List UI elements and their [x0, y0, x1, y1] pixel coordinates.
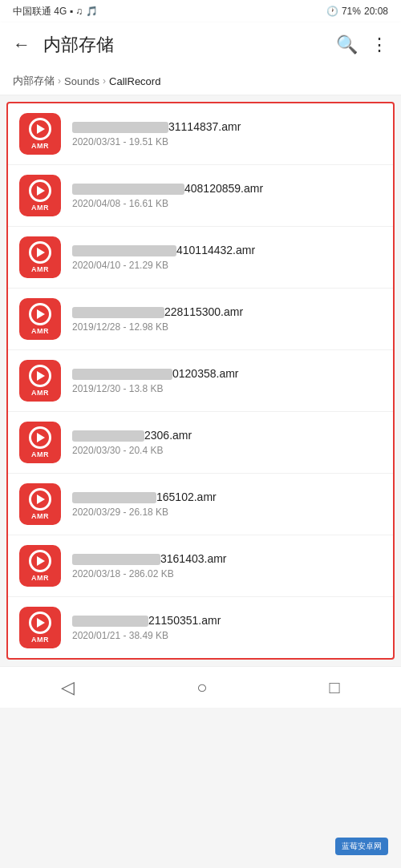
- file-name: 2306.amr: [72, 429, 382, 442]
- amr-label: AMR: [31, 574, 49, 582]
- list-item[interactable]: AMR 165102.amr 2020/03/29 - 26.18 KB: [8, 474, 393, 535]
- file-name: 410114432.amr: [72, 244, 382, 256]
- breadcrumb-part2[interactable]: Sounds: [64, 75, 99, 87]
- play-icon: [29, 488, 51, 511]
- file-meta: 2020/03/18 - 286.02 KB: [72, 568, 382, 579]
- file-meta: 2019/12/28 - 12.98 KB: [72, 321, 382, 333]
- list-item[interactable]: AMR 408120859.amr 2020/04/08 - 16.61 KB: [8, 165, 393, 227]
- blurred-name: [72, 122, 168, 133]
- blurred-name: [72, 430, 144, 442]
- file-name-suffix: 0120358.amr: [172, 367, 239, 380]
- blurred-name: [72, 369, 172, 380]
- file-name: 21150351.amr: [72, 614, 382, 627]
- blurred-name: [72, 184, 184, 195]
- amr-label: AMR: [31, 142, 49, 150]
- breadcrumb-sep1: ›: [58, 75, 61, 87]
- play-icon: [29, 241, 51, 264]
- play-icon: [29, 118, 51, 140]
- file-name-suffix: 408120859.amr: [184, 182, 263, 195]
- file-name-suffix: 165102.amr: [156, 491, 217, 503]
- amr-label: AMR: [31, 204, 49, 212]
- list-item[interactable]: AMR 0120358.amr 2019/12/30 - 13.8 KB: [8, 350, 393, 412]
- amr-file-icon: AMR: [19, 298, 61, 340]
- amr-label: AMR: [31, 389, 49, 397]
- file-info: 228115300.amr 2019/12/28 - 12.98 KB: [72, 305, 382, 333]
- file-name: 408120859.amr: [72, 182, 382, 195]
- status-right: 🕐 71% 20:08: [326, 6, 388, 17]
- amr-label: AMR: [31, 327, 49, 335]
- more-button[interactable]: ⋮: [371, 34, 388, 55]
- file-meta: 2019/12/30 - 13.8 KB: [72, 383, 382, 394]
- list-item[interactable]: AMR 31114837.amr 2020/03/31 - 19.51 KB: [8, 103, 393, 165]
- file-name: 3161403.amr: [72, 552, 382, 565]
- play-icon: [29, 612, 51, 634]
- amr-file-icon: AMR: [19, 545, 61, 587]
- breadcrumb-part3[interactable]: CallRecord: [109, 75, 160, 87]
- play-icon: [29, 550, 51, 572]
- amr-file-icon: AMR: [19, 113, 61, 155]
- file-meta: 2020/03/31 - 19.51 KB: [72, 136, 382, 147]
- file-name-suffix: 228115300.amr: [164, 305, 243, 318]
- amr-file-icon: AMR: [19, 422, 61, 463]
- battery-text: 71%: [342, 6, 361, 17]
- file-list: AMR 31114837.amr 2020/03/31 - 19.51 KB A…: [6, 102, 395, 660]
- file-meta: 2020/01/21 - 38.49 KB: [72, 630, 382, 641]
- watermark: 蓝莓安卓网: [335, 838, 388, 855]
- file-meta: 2020/03/29 - 26.18 KB: [72, 507, 382, 518]
- file-name: 165102.amr: [72, 491, 382, 503]
- file-info: 408120859.amr 2020/04/08 - 16.61 KB: [72, 182, 382, 209]
- file-info: 165102.amr 2020/03/29 - 26.18 KB: [72, 491, 382, 518]
- status-bar: 中国联通 4G ▪ ♫ 🎵 🕐 71% 20:08: [0, 0, 401, 22]
- file-meta: 2020/04/10 - 21.29 KB: [72, 260, 382, 271]
- back-button[interactable]: ←: [13, 36, 30, 54]
- amr-label: AMR: [31, 636, 49, 644]
- list-item[interactable]: AMR 21150351.amr 2020/01/21 - 38.49 KB: [8, 597, 393, 658]
- list-item[interactable]: AMR 3161403.amr 2020/03/18 - 286.02 KB: [8, 535, 393, 597]
- battery-icon: 🕐: [326, 6, 338, 17]
- bottom-nav: ◁ ○ □: [0, 666, 401, 708]
- nav-recents-button[interactable]: □: [314, 674, 356, 701]
- breadcrumb-sep2: ›: [103, 75, 106, 87]
- list-item[interactable]: AMR 410114432.amr 2020/04/10 - 21.29 KB: [8, 227, 393, 289]
- blurred-name: [72, 307, 164, 318]
- file-name-suffix: 21150351.amr: [148, 614, 221, 627]
- play-icon: [29, 426, 51, 449]
- nav-home-button[interactable]: ○: [180, 674, 223, 701]
- amr-label: AMR: [31, 450, 49, 458]
- amr-file-icon: AMR: [19, 175, 61, 216]
- file-name-suffix: 410114432.amr: [176, 244, 255, 256]
- carrier-text: 中国联通 4G ▪ ♫ 🎵: [13, 5, 98, 18]
- file-meta: 2020/03/30 - 20.4 KB: [72, 445, 382, 456]
- file-name: 0120358.amr: [72, 367, 382, 380]
- top-bar: ← 内部存储 🔍 ⋮: [0, 22, 401, 67]
- amr-file-icon: AMR: [19, 483, 61, 525]
- file-info: 410114432.amr 2020/04/10 - 21.29 KB: [72, 244, 382, 271]
- list-item[interactable]: AMR 2306.amr 2020/03/30 - 20.4 KB: [8, 412, 393, 474]
- blurred-name: [72, 554, 160, 565]
- play-icon: [29, 180, 51, 202]
- file-info: 31114837.amr 2020/03/31 - 19.51 KB: [72, 120, 382, 147]
- file-name: 228115300.amr: [72, 305, 382, 318]
- file-name-suffix: 3161403.amr: [160, 552, 227, 565]
- amr-label: AMR: [31, 265, 49, 273]
- file-info: 3161403.amr 2020/03/18 - 286.02 KB: [72, 552, 382, 579]
- blurred-name: [72, 616, 148, 627]
- blurred-name: [72, 245, 176, 256]
- amr-label: AMR: [31, 512, 49, 520]
- page-title: 内部存储: [43, 33, 336, 57]
- search-button[interactable]: 🔍: [336, 34, 358, 55]
- breadcrumb: 内部存储 › Sounds › CallRecord: [0, 67, 401, 95]
- breadcrumb-part1[interactable]: 内部存储: [13, 74, 55, 88]
- file-info: 0120358.amr 2019/12/30 - 13.8 KB: [72, 367, 382, 394]
- file-info: 2306.amr 2020/03/30 - 20.4 KB: [72, 429, 382, 456]
- time-text: 20:08: [364, 6, 388, 17]
- amr-file-icon: AMR: [19, 236, 61, 278]
- top-icons: 🔍 ⋮: [336, 34, 388, 55]
- file-meta: 2020/04/08 - 16.61 KB: [72, 198, 382, 209]
- blurred-name: [72, 492, 156, 503]
- play-icon: [29, 303, 51, 325]
- list-item[interactable]: AMR 228115300.amr 2019/12/28 - 12.98 KB: [8, 289, 393, 350]
- play-icon: [29, 365, 51, 387]
- nav-back-button[interactable]: ◁: [45, 674, 91, 701]
- file-name-suffix: 31114837.amr: [168, 120, 241, 133]
